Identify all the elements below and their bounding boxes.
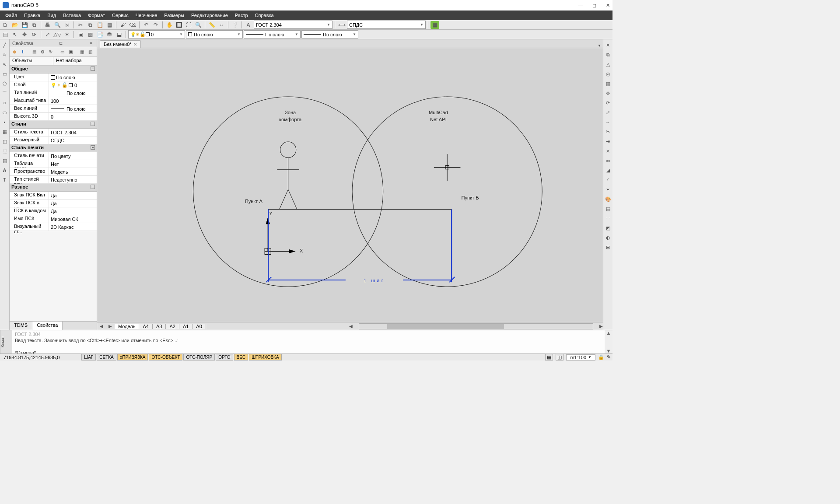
modify-break-icon[interactable]: ⤫ bbox=[604, 147, 612, 155]
ucs-icon[interactable]: ⊞ bbox=[604, 243, 612, 251]
document-tab[interactable]: Без имени0* ✕ bbox=[100, 40, 141, 48]
scroll-right-icon[interactable]: ▶ bbox=[599, 324, 603, 329]
dim-style-combo[interactable]: СПДС▼ bbox=[347, 21, 426, 29]
modify-copy-icon[interactable]: ⧉ bbox=[604, 51, 612, 59]
prop-row-layer[interactable]: Слой💡☀🔓0 bbox=[10, 81, 97, 89]
prop-row-height3d[interactable]: Высота 3D0 bbox=[10, 113, 97, 121]
text-style-combo[interactable]: ГОСТ 2.304▼ bbox=[254, 21, 332, 29]
status-lock-icon[interactable]: 🔒 bbox=[598, 354, 604, 360]
menu-modify[interactable]: Редактирование bbox=[188, 10, 231, 20]
linetype-combo[interactable]: По слою▼ bbox=[244, 30, 301, 38]
pan-icon[interactable]: ✋ bbox=[165, 21, 174, 29]
save-icon[interactable]: 💾 bbox=[20, 21, 29, 29]
modify-rotate-icon[interactable]: ⟳ bbox=[604, 99, 612, 107]
menu-insert[interactable]: Вставка bbox=[60, 10, 84, 20]
tabs-dropdown-icon[interactable]: ▼ bbox=[598, 44, 601, 48]
scrollbar-track[interactable] bbox=[359, 323, 593, 329]
close-icon[interactable]: ✕ bbox=[88, 41, 94, 46]
prop-row-color[interactable]: ЦветПо слою bbox=[10, 74, 97, 81]
modify-explode-icon[interactable]: ✶ bbox=[604, 186, 612, 193]
redo-icon[interactable]: ↷ bbox=[151, 21, 160, 29]
tab-close-icon[interactable]: ✕ bbox=[133, 42, 137, 47]
status-btn-сетка[interactable]: СЕТКА bbox=[97, 354, 116, 360]
layer-props-icon[interactable]: ▤ bbox=[1, 31, 10, 38]
circle-icon[interactable]: ○ bbox=[1, 99, 9, 107]
modify-array-icon[interactable]: ▦ bbox=[604, 80, 612, 88]
prop-row-pstyle[interactable]: Стиль печатиПо цвету bbox=[10, 152, 97, 160]
modify-chamfer-icon[interactable]: ◢ bbox=[604, 166, 612, 174]
menu-tools[interactable]: Сервис bbox=[108, 10, 132, 20]
layer-state-icon[interactable]: ⛃ bbox=[105, 31, 114, 38]
modify-mirror-icon[interactable]: △ bbox=[604, 60, 612, 68]
mtext-icon[interactable]: А bbox=[1, 166, 9, 174]
prop-row-lscale[interactable]: Масштаб типа ...100 bbox=[10, 97, 97, 105]
new-icon[interactable]: 🗋 bbox=[1, 21, 10, 29]
qselect-icon[interactable]: ⚙ bbox=[39, 49, 46, 56]
prop-row-lweight[interactable]: Вес линийПо слою bbox=[10, 105, 97, 113]
render-icon[interactable]: ◐ bbox=[604, 234, 612, 242]
section-print[interactable]: Стиль печати– bbox=[10, 144, 97, 152]
prop-row-ptype[interactable]: Тип стилей печ...Недоступно bbox=[10, 176, 97, 184]
color-combo[interactable]: По слою▼ bbox=[186, 30, 243, 38]
explode-icon[interactable]: ✶ bbox=[63, 31, 71, 38]
zoom-extents-icon[interactable]: ⛶ bbox=[184, 21, 193, 29]
mirror-icon[interactable]: △▽ bbox=[53, 31, 62, 38]
point-icon[interactable]: • bbox=[1, 118, 9, 126]
scroll-left-icon[interactable]: ◀ bbox=[349, 324, 353, 329]
hatch-icon[interactable]: ▨ bbox=[86, 31, 94, 38]
scale-box[interactable]: m1:100▼ bbox=[566, 354, 595, 360]
dim-style-icon[interactable]: ⟷ bbox=[337, 21, 346, 29]
layout-tab-a3[interactable]: A3 bbox=[153, 324, 166, 329]
menu-edit[interactable]: Правка bbox=[21, 10, 44, 20]
zoom-window-icon[interactable]: 🔲 bbox=[175, 21, 183, 29]
prop-row-ptable[interactable]: Таблица стиле...Нет bbox=[10, 160, 97, 168]
lineweight-combo[interactable]: По слою▼ bbox=[301, 30, 358, 38]
menu-draw[interactable]: Черчение bbox=[132, 10, 161, 20]
scroll-down-icon[interactable]: ▼ bbox=[606, 348, 611, 354]
command-scrollbar[interactable]: ▲▼ bbox=[605, 330, 612, 354]
layout-tab-a1[interactable]: A1 bbox=[179, 324, 192, 329]
maximize-button[interactable]: ◻ bbox=[592, 3, 596, 8]
pick-add-icon[interactable]: ⊕ bbox=[11, 49, 18, 56]
prop-row-vstyle[interactable]: Визуальный ст...2D Каркас bbox=[10, 223, 97, 231]
close-button[interactable]: ✕ bbox=[606, 3, 610, 8]
expand-icon[interactable]: ▣ bbox=[67, 49, 74, 56]
region-icon[interactable]: ◫ bbox=[1, 137, 9, 145]
save-all-icon[interactable]: ⧉ bbox=[30, 21, 38, 29]
layer-iso-icon[interactable]: ⬓ bbox=[115, 31, 123, 38]
table-icon[interactable]: ▤ bbox=[1, 157, 9, 164]
menu-dim[interactable]: Размеры bbox=[161, 10, 188, 20]
status-annotate-icon[interactable]: ✎ bbox=[607, 354, 611, 360]
arc-icon[interactable]: ⌒ bbox=[1, 89, 9, 97]
modify-offset-icon[interactable]: ◎ bbox=[604, 70, 612, 78]
layout-prev-icon[interactable]: ◀ bbox=[97, 324, 106, 329]
modify-join-icon[interactable]: ⫘ bbox=[604, 157, 612, 164]
block-tool-icon[interactable]: ⬚ bbox=[1, 147, 9, 155]
status-paper-icon[interactable]: ◫ bbox=[556, 354, 564, 360]
zoom-icon[interactable]: 🔍 bbox=[194, 21, 203, 29]
text-icon[interactable]: T bbox=[1, 176, 9, 184]
cursor-icon[interactable]: ↖ bbox=[10, 31, 19, 38]
horizontal-scrollbar[interactable]: ◀ ▶ bbox=[349, 323, 603, 329]
undo-icon[interactable]: ↶ bbox=[142, 21, 150, 29]
text-style-icon[interactable]: Ꭺ bbox=[244, 21, 253, 29]
layout-next-icon[interactable]: ▶ bbox=[106, 324, 115, 329]
cut-icon[interactable]: ✂ bbox=[76, 21, 85, 29]
section-styles[interactable]: Стили– bbox=[10, 121, 97, 129]
layout-tab-a4[interactable]: A4 bbox=[139, 324, 152, 329]
prop-row-ucseach[interactable]: ПСК в каждом ...Да bbox=[10, 207, 97, 215]
layer-combo[interactable]: 💡 ☀ 🔓 0 ▼ bbox=[128, 30, 185, 38]
status-btn-отс-поляр[interactable]: ОТС-ПОЛЯР bbox=[183, 354, 215, 360]
block-icon[interactable]: ▣ bbox=[76, 31, 85, 38]
prop-row-ucsorig[interactable]: Знак ПСК в на...Да bbox=[10, 200, 97, 207]
layer-mgr-icon[interactable]: 📑 bbox=[95, 31, 104, 38]
modify-erase-icon[interactable]: ✕ bbox=[604, 41, 612, 49]
prop-row-tstyle[interactable]: Стиль текстаГОСТ 2.304 bbox=[10, 129, 97, 136]
print-icon[interactable]: 🖶 bbox=[43, 21, 52, 29]
status-btn-отс-объект[interactable]: ОТС-ОБЪЕКТ bbox=[149, 354, 182, 360]
collapse-toggle-icon[interactable]: – bbox=[91, 66, 95, 71]
modify-move-icon[interactable]: ✥ bbox=[604, 89, 612, 97]
publish-icon[interactable]: ⎘ bbox=[63, 21, 71, 29]
prop-row-linetype[interactable]: Тип линийПо слою bbox=[10, 89, 97, 97]
properties-title-bar[interactable]: Свойства ⊏ ✕ bbox=[10, 39, 97, 47]
